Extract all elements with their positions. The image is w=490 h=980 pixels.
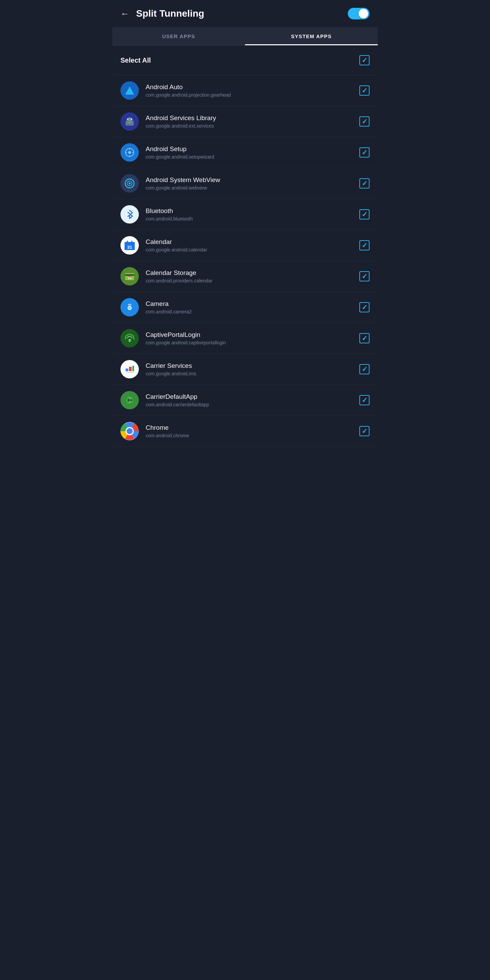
select-all-row[interactable]: Select All bbox=[112, 46, 378, 75]
app-item[interactable]: Chromecom.android.chrome bbox=[112, 416, 378, 447]
app-checkbox[interactable] bbox=[360, 178, 369, 189]
app-item[interactable]: CarrierDefaultAppcom.android.carrierdefa… bbox=[112, 385, 378, 416]
app-package: com.android.providers.calendar bbox=[146, 278, 360, 283]
app-package: com.google.android.captiveportallogin bbox=[146, 340, 360, 345]
app-package: com.android.carrierdefaultapp bbox=[146, 402, 360, 407]
app-info: Calendar Storagecom.android.providers.ca… bbox=[146, 269, 360, 283]
back-button[interactable]: ← bbox=[121, 8, 129, 19]
app-icon: ? bbox=[121, 329, 139, 347]
app-name: Android Services Library bbox=[146, 115, 360, 122]
app-checkbox[interactable] bbox=[360, 333, 369, 343]
app-item[interactable]: Android Services Librarycom.google.andro… bbox=[112, 106, 378, 137]
app-name: CaptivePortalLogin bbox=[146, 331, 360, 339]
svg-text:31: 31 bbox=[127, 245, 132, 250]
svg-rect-32 bbox=[132, 366, 134, 371]
app-info: Android Autocom.google.android.projectio… bbox=[146, 83, 360, 98]
tab-bar: USER APPS SYSTEM APPS bbox=[112, 27, 378, 46]
app-package: com.android.chrome bbox=[146, 433, 360, 438]
app-info: Carrier Servicescom.google.android.ims bbox=[146, 362, 360, 376]
app-name: Android System WebView bbox=[146, 176, 360, 184]
svg-rect-30 bbox=[126, 369, 128, 371]
app-name: Chrome bbox=[146, 424, 360, 431]
tab-user-apps[interactable]: USER APPS bbox=[112, 27, 245, 45]
app-icon bbox=[121, 174, 139, 192]
svg-point-4 bbox=[131, 118, 132, 120]
app-package: com.android.camera2 bbox=[146, 309, 360, 314]
app-name: Calendar Storage bbox=[146, 269, 360, 277]
svg-text:📅: 📅 bbox=[128, 275, 132, 280]
svg-rect-27 bbox=[128, 304, 131, 305]
app-item[interactable]: Android Autocom.google.android.projectio… bbox=[112, 75, 378, 106]
svg-rect-9 bbox=[126, 152, 127, 153]
app-info: CaptivePortalLogincom.google.android.cap… bbox=[146, 331, 360, 345]
svg-rect-7 bbox=[129, 148, 130, 150]
app-list: Android Autocom.google.android.projectio… bbox=[112, 75, 378, 447]
header: ← Split Tunneling bbox=[112, 0, 378, 27]
app-name: Android Setup bbox=[146, 145, 360, 153]
app-info: Calendarcom.google.android.calendar bbox=[146, 238, 360, 253]
app-package: com.google.android.ext.services bbox=[146, 123, 360, 129]
split-tunneling-toggle[interactable] bbox=[348, 8, 369, 19]
app-info: Cameracom.android.camera2 bbox=[146, 300, 360, 314]
app-name: Bluetooth bbox=[146, 207, 360, 215]
app-checkbox[interactable] bbox=[360, 395, 369, 405]
app-name: Camera bbox=[146, 300, 360, 308]
app-item[interactable]: Carrier Servicescom.google.android.ims bbox=[112, 354, 378, 385]
svg-point-3 bbox=[127, 118, 128, 120]
select-all-checkbox[interactable] bbox=[360, 55, 369, 65]
svg-rect-8 bbox=[129, 155, 130, 156]
app-package: com.google.android.setupwizard bbox=[146, 154, 360, 159]
app-info: Bluetoothcom.android.bluetooth bbox=[146, 207, 360, 221]
page-title: Split Tunneling bbox=[136, 8, 204, 19]
app-package: com.google.android.ims bbox=[146, 371, 360, 376]
app-item[interactable]: Cameracom.android.camera2 bbox=[112, 292, 378, 323]
app-checkbox[interactable] bbox=[360, 209, 369, 220]
app-icon: 31 bbox=[121, 236, 139, 255]
svg-rect-19 bbox=[131, 240, 132, 243]
app-icon bbox=[121, 143, 139, 162]
app-checkbox[interactable] bbox=[360, 364, 369, 374]
select-all-label: Select All bbox=[121, 56, 151, 64]
app-package: com.google.android.projection.gearhead bbox=[146, 92, 360, 98]
app-info: Chromecom.android.chrome bbox=[146, 424, 360, 438]
app-item[interactable]: ? CaptivePortalLogincom.google.android.c… bbox=[112, 323, 378, 354]
app-checkbox[interactable] bbox=[360, 147, 369, 158]
app-info: Android Setupcom.google.android.setupwiz… bbox=[146, 145, 360, 159]
toggle-knob bbox=[359, 9, 368, 18]
app-item[interactable]: 31 Calendarcom.google.android.calendar bbox=[112, 230, 378, 261]
app-item[interactable]: 📅 Calendar Storagecom.android.providers.… bbox=[112, 261, 378, 292]
app-info: CarrierDefaultAppcom.android.carrierdefa… bbox=[146, 393, 360, 407]
svg-text:?: ? bbox=[129, 339, 130, 343]
app-package: com.google.android.calendar bbox=[146, 247, 360, 253]
svg-point-38 bbox=[127, 428, 133, 434]
svg-rect-18 bbox=[127, 240, 128, 243]
app-name: CarrierDefaultApp bbox=[146, 393, 360, 401]
app-info: Android Services Librarycom.google.andro… bbox=[146, 115, 360, 129]
app-item[interactable]: Android Setupcom.google.android.setupwiz… bbox=[112, 137, 378, 168]
app-checkbox[interactable] bbox=[360, 426, 369, 436]
svg-point-26 bbox=[128, 307, 131, 309]
app-checkbox[interactable] bbox=[360, 271, 369, 282]
app-icon bbox=[121, 205, 139, 224]
app-icon: 📅 bbox=[121, 267, 139, 285]
app-checkbox[interactable] bbox=[360, 116, 369, 127]
app-icon bbox=[121, 81, 139, 100]
svg-rect-5 bbox=[128, 122, 131, 123]
header-left: ← Split Tunneling bbox=[121, 8, 204, 19]
svg-point-35 bbox=[130, 399, 132, 401]
tab-system-apps[interactable]: SYSTEM APPS bbox=[245, 27, 378, 45]
svg-rect-2 bbox=[126, 121, 134, 126]
app-name: Carrier Services bbox=[146, 362, 360, 369]
app-checkbox[interactable] bbox=[360, 302, 369, 312]
svg-rect-10 bbox=[132, 152, 134, 153]
app-item[interactable]: Bluetoothcom.android.bluetooth bbox=[112, 199, 378, 230]
app-checkbox[interactable] bbox=[360, 240, 369, 250]
app-icon bbox=[121, 360, 139, 379]
svg-point-13 bbox=[129, 182, 130, 185]
app-icon bbox=[121, 112, 139, 130]
app-info: Android System WebViewcom.google.android… bbox=[146, 176, 360, 191]
app-name: Calendar bbox=[146, 238, 360, 246]
app-checkbox[interactable] bbox=[360, 86, 369, 95]
app-item[interactable]: Android System WebViewcom.google.android… bbox=[112, 168, 378, 199]
svg-rect-22 bbox=[125, 273, 134, 274]
